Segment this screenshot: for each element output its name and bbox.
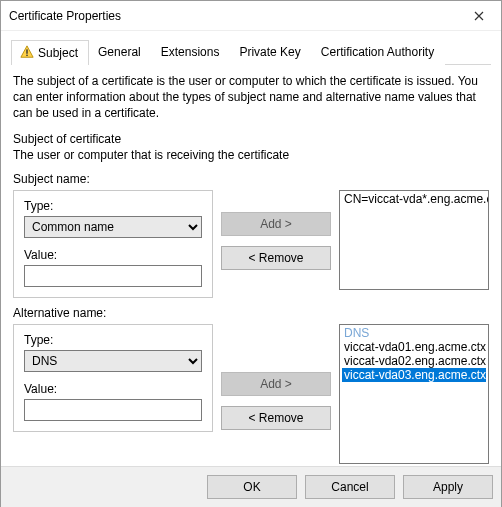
titlebar: Certificate Properties — [1, 1, 501, 31]
tab-subject[interactable]: Subject — [11, 40, 89, 65]
alt-remove-button[interactable]: < Remove — [221, 406, 331, 430]
close-icon — [474, 11, 484, 21]
list-item[interactable]: viccat-vda01.eng.acme.ctx — [342, 340, 486, 354]
alt-name-group: Type: DNS Value: — [13, 324, 213, 432]
ok-button[interactable]: OK — [207, 475, 297, 499]
tab-body-subject: The subject of a certificate is the user… — [11, 65, 491, 466]
alt-add-button[interactable]: Add > — [221, 372, 331, 396]
tab-extensions[interactable]: Extensions — [152, 40, 231, 65]
window-title: Certificate Properties — [9, 9, 457, 23]
subject-name-label: Subject name: — [13, 172, 489, 186]
subject-name-list[interactable]: CN=viccat-vda*.eng.acme.ctx — [339, 190, 489, 290]
dialog-button-bar: OK Cancel Apply — [1, 466, 501, 507]
section-subtitle: The user or computer that is receiving t… — [13, 148, 489, 162]
tab-strip: Subject General Extensions Private Key C… — [11, 39, 491, 65]
alt-buttons: Add > < Remove — [221, 324, 331, 430]
subject-value-label: Value: — [24, 248, 202, 262]
alt-name-label: Alternative name: — [13, 306, 489, 320]
subject-name-group: Type: Common name Value: — [13, 190, 213, 298]
list-item[interactable]: viccat-vda02.eng.acme.ctx — [342, 354, 486, 368]
alt-value-label: Value: — [24, 382, 202, 396]
tab-ca[interactable]: Certification Authority — [312, 40, 445, 65]
svg-rect-1 — [26, 55, 27, 56]
subject-remove-button[interactable]: < Remove — [221, 246, 331, 270]
alt-type-select[interactable]: DNS — [24, 350, 202, 372]
list-item[interactable]: CN=viccat-vda*.eng.acme.ctx — [342, 192, 486, 206]
alt-value-input[interactable] — [24, 399, 202, 421]
tab-private-key[interactable]: Private Key — [230, 40, 311, 65]
svg-rect-0 — [26, 49, 27, 53]
description-text: The subject of a certificate is the user… — [13, 73, 489, 122]
alt-name-list[interactable]: DNS viccat-vda01.eng.acme.ctx viccat-vda… — [339, 324, 489, 464]
alt-name-row: Type: DNS Value: Add > < Remove DNS vicc… — [13, 324, 489, 464]
list-item[interactable]: viccat-vda03.eng.acme.ctx — [342, 368, 486, 382]
subject-add-button[interactable]: Add > — [221, 212, 331, 236]
alt-list-header: DNS — [342, 326, 486, 340]
tab-subject-label: Subject — [38, 46, 78, 60]
alt-type-label: Type: — [24, 333, 202, 347]
tab-general[interactable]: General — [89, 40, 152, 65]
section-title: Subject of certificate — [13, 132, 489, 146]
subject-value-input[interactable] — [24, 265, 202, 287]
subject-type-select[interactable]: Common name — [24, 216, 202, 238]
cancel-button[interactable]: Cancel — [305, 475, 395, 499]
content-area: Subject General Extensions Private Key C… — [1, 31, 501, 466]
close-button[interactable] — [457, 1, 501, 31]
subject-name-row: Type: Common name Value: Add > < Remove … — [13, 190, 489, 298]
warning-icon — [20, 45, 34, 59]
subject-type-label: Type: — [24, 199, 202, 213]
dialog-window: Certificate Properties Subject General E… — [0, 0, 502, 507]
apply-button[interactable]: Apply — [403, 475, 493, 499]
subject-buttons: Add > < Remove — [221, 190, 331, 270]
